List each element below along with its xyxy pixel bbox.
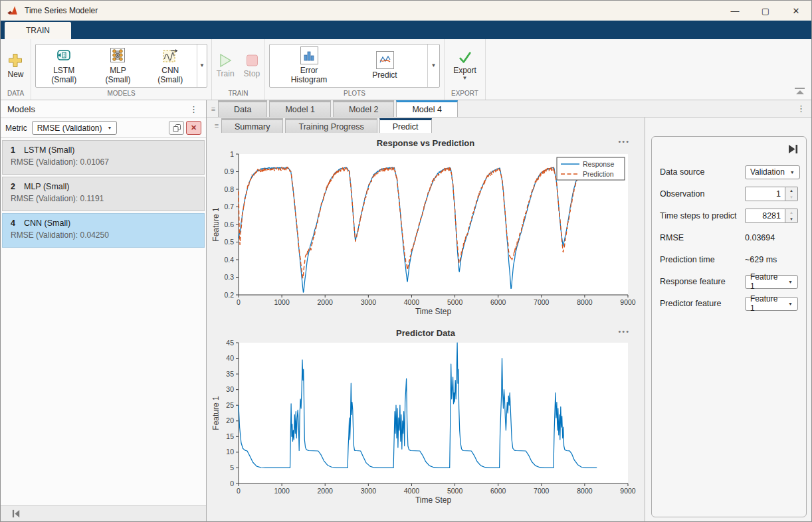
svg-text:6000: 6000 <box>490 487 506 495</box>
close-button[interactable]: ✕ <box>781 1 811 21</box>
predictor-data-chart[interactable]: 0100020003000400050006000700080009000051… <box>211 339 639 510</box>
svg-text:7000: 7000 <box>534 487 550 495</box>
predictor-feature-row: Predictor feature Feature 1 ▼ <box>660 296 798 311</box>
content-row: ≡ Summary Training Progress Predict Resp… <box>207 118 811 521</box>
tab-train[interactable]: TRAIN <box>5 22 71 39</box>
svg-text:Time Step: Time Step <box>415 495 452 505</box>
export-button[interactable]: Export ▼ <box>452 51 478 80</box>
maximize-button[interactable]: ▢ <box>750 1 781 21</box>
data-source-dropdown[interactable]: Validation ▼ <box>745 165 800 179</box>
figure-options-button[interactable]: ••• <box>618 137 630 145</box>
models-panel-header: Models ⋮ <box>1 100 206 118</box>
svg-text:45: 45 <box>226 339 234 347</box>
svg-text:Feature 1: Feature 1 <box>211 207 221 242</box>
svg-text:5: 5 <box>230 464 234 472</box>
model-list-item-cnn[interactable]: 4 CNN (Small) RMSE (Validation): 0.04250 <box>2 213 205 248</box>
time-steps-label: Time steps to predict <box>660 211 745 220</box>
predict-tab-content: Response vs Prediction ••• 0100020003000… <box>207 133 645 521</box>
model-list-item-mlp[interactable]: 2 MLP (Small) RMSE (Validation): 0.1191 <box>2 177 205 211</box>
gallery-item-lstm[interactable]: LSTM (Small) <box>36 44 92 87</box>
models-gallery-dropdown-button[interactable]: ▼ <box>197 44 207 87</box>
play-icon <box>218 53 233 68</box>
stop-button[interactable]: Stop <box>243 53 262 78</box>
svg-text:0.6: 0.6 <box>224 220 234 228</box>
svg-text:0.8: 0.8 <box>224 185 234 193</box>
chevron-down-icon: ▼ <box>107 126 112 130</box>
tab-predict[interactable]: Predict <box>379 118 432 133</box>
collapse-panel-left-button[interactable] <box>11 509 21 519</box>
tab-data[interactable]: Data <box>218 100 267 117</box>
checkmark-icon <box>458 51 472 64</box>
model-metric: RMSE (Validation): 0.01067 <box>11 157 197 167</box>
chevron-down-icon: ▼ <box>462 76 468 80</box>
response-feature-row: Response feature Feature 1 ▼ <box>660 274 798 289</box>
model-metric: RMSE (Validation): 0.1191 <box>11 194 197 203</box>
duplicate-model-button[interactable] <box>169 121 184 135</box>
section-label-models: MODELS <box>35 88 207 99</box>
svg-text:25: 25 <box>226 401 234 409</box>
spinner-up-button[interactable]: ▲ <box>785 209 797 216</box>
gallery-item-cnn[interactable]: CNN (Small) <box>144 44 197 87</box>
tab-grip-icon: ≡ <box>212 122 221 130</box>
time-steps-input[interactable]: 8281 <box>745 209 785 223</box>
cnn-model-icon <box>161 46 179 64</box>
svg-text:0: 0 <box>230 479 234 487</box>
svg-text:40: 40 <box>226 354 234 362</box>
spinner-down-button[interactable]: ▼ <box>785 194 797 201</box>
ribbon-section-models: LSTM (Small) <box>31 39 212 100</box>
models-panel-title: Models <box>7 104 35 114</box>
svg-text:Feature 1: Feature 1 <box>211 396 221 430</box>
train-button[interactable]: Train <box>215 53 236 78</box>
models-panel-status-bar <box>1 505 206 521</box>
delete-model-button[interactable]: ✕ <box>186 121 201 135</box>
plots-gallery-dropdown-button[interactable]: ▼ <box>427 44 439 87</box>
minimize-button[interactable]: — <box>720 1 750 21</box>
train-button-label: Train <box>217 69 235 78</box>
spinner-down-button[interactable]: ▼ <box>785 216 797 222</box>
svg-text:9000: 9000 <box>620 298 636 306</box>
collapse-panel-right-button[interactable] <box>784 141 801 157</box>
prediction-time-value: ~629 ms <box>745 255 777 264</box>
response-vs-prediction-figure: Response vs Prediction ••• 0100020003000… <box>211 134 641 319</box>
svg-text:15: 15 <box>226 432 234 440</box>
models-panel-menu-button[interactable]: ⋮ <box>188 105 199 114</box>
tab-training-progress[interactable]: Training Progress <box>285 118 377 133</box>
rmse-label: RMSE <box>660 233 745 242</box>
plus-icon <box>7 52 23 68</box>
models-panel-toolbar: Metric RMSE (Validation) ▼ ✕ <box>1 118 206 138</box>
spinner-up-button[interactable]: ▲ <box>785 187 797 194</box>
tab-summary[interactable]: Summary <box>221 118 283 133</box>
delete-icon: ✕ <box>191 124 197 132</box>
tab-model-1[interactable]: Model 1 <box>269 100 330 117</box>
new-button[interactable]: New <box>6 52 25 79</box>
collapse-ribbon-button[interactable] <box>795 88 805 95</box>
chevron-down-icon: ▼ <box>788 280 793 284</box>
metric-dropdown[interactable]: RMSE (Validation) ▼ <box>32 121 118 135</box>
svg-text:6000: 6000 <box>490 298 506 306</box>
gallery-item-mlp[interactable]: MLP (Small) <box>92 44 144 87</box>
tab-model-4[interactable]: Model 4 <box>396 100 457 117</box>
document-tab-bar: ≡ Data Model 1 Model 2 Model 4 ⋮ <box>207 100 811 118</box>
model-list-item-lstm[interactable]: 1 LSTM (Small) RMSE (Validation): 0.0106… <box>2 140 205 175</box>
models-panel: Models ⋮ Metric RMSE (Validation) ▼ <box>1 100 207 521</box>
predictor-feature-dropdown[interactable]: Feature 1 ▼ <box>745 297 798 311</box>
tab-bar-options-button[interactable]: ⋮ <box>791 104 811 113</box>
model-name: LSTM (Small) <box>24 145 74 155</box>
gallery-item-error-histogram[interactable]: Error Histogram <box>270 44 348 87</box>
mlp-model-icon <box>108 46 127 64</box>
observation-label: Observation <box>660 189 745 199</box>
figure-options-button[interactable]: ••• <box>618 327 630 335</box>
tab-model-2[interactable]: Model 2 <box>333 100 394 117</box>
model-index: 1 <box>11 145 24 155</box>
svg-text:5000: 5000 <box>447 487 463 495</box>
chevron-down-icon: ▼ <box>790 170 795 175</box>
gallery-item-predict[interactable]: Predict <box>348 44 421 87</box>
observation-input[interactable]: 1 <box>745 187 785 201</box>
predict-plot-icon <box>376 51 394 69</box>
response-vs-prediction-chart[interactable]: 01000200030004000500060007000800090000.2… <box>211 149 639 319</box>
ribbon-tab-strip: TRAIN <box>1 21 811 39</box>
svg-text:Response: Response <box>583 160 614 168</box>
response-feature-dropdown[interactable]: Feature 1 ▼ <box>745 275 798 289</box>
svg-text:2000: 2000 <box>318 487 334 495</box>
models-panel-empty-area <box>1 250 206 505</box>
